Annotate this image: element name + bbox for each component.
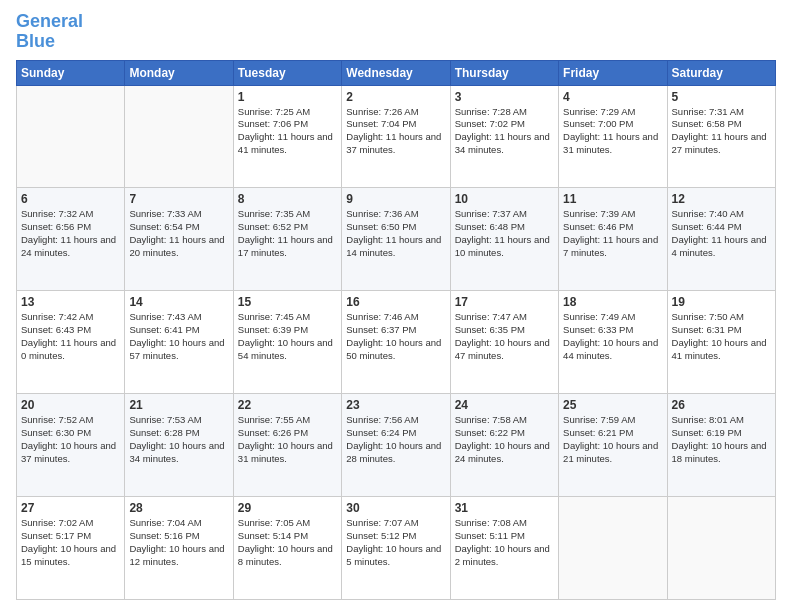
calendar-cell: 6Sunrise: 7:32 AM Sunset: 6:56 PM Daylig…	[17, 188, 125, 291]
day-number: 27	[21, 501, 120, 515]
weekday-header: Friday	[559, 60, 667, 85]
day-info: Sunrise: 7:37 AM Sunset: 6:48 PM Dayligh…	[455, 208, 554, 259]
calendar-cell: 22Sunrise: 7:55 AM Sunset: 6:26 PM Dayli…	[233, 394, 341, 497]
calendar-cell: 9Sunrise: 7:36 AM Sunset: 6:50 PM Daylig…	[342, 188, 450, 291]
calendar-cell: 29Sunrise: 7:05 AM Sunset: 5:14 PM Dayli…	[233, 497, 341, 600]
logo-blue: Blue	[16, 31, 55, 51]
day-info: Sunrise: 7:58 AM Sunset: 6:22 PM Dayligh…	[455, 414, 554, 465]
day-info: Sunrise: 7:05 AM Sunset: 5:14 PM Dayligh…	[238, 517, 337, 568]
day-number: 30	[346, 501, 445, 515]
day-info: Sunrise: 7:42 AM Sunset: 6:43 PM Dayligh…	[21, 311, 120, 362]
header: General Blue	[16, 12, 776, 52]
day-number: 3	[455, 90, 554, 104]
day-info: Sunrise: 7:43 AM Sunset: 6:41 PM Dayligh…	[129, 311, 228, 362]
calendar-week-row: 27Sunrise: 7:02 AM Sunset: 5:17 PM Dayli…	[17, 497, 776, 600]
calendar-cell	[125, 85, 233, 188]
calendar-cell: 8Sunrise: 7:35 AM Sunset: 6:52 PM Daylig…	[233, 188, 341, 291]
calendar-cell	[17, 85, 125, 188]
day-number: 13	[21, 295, 120, 309]
calendar-week-row: 13Sunrise: 7:42 AM Sunset: 6:43 PM Dayli…	[17, 291, 776, 394]
calendar-cell: 13Sunrise: 7:42 AM Sunset: 6:43 PM Dayli…	[17, 291, 125, 394]
calendar-cell: 7Sunrise: 7:33 AM Sunset: 6:54 PM Daylig…	[125, 188, 233, 291]
day-number: 23	[346, 398, 445, 412]
weekday-header: Tuesday	[233, 60, 341, 85]
calendar-cell: 15Sunrise: 7:45 AM Sunset: 6:39 PM Dayli…	[233, 291, 341, 394]
day-info: Sunrise: 7:46 AM Sunset: 6:37 PM Dayligh…	[346, 311, 445, 362]
day-number: 6	[21, 192, 120, 206]
day-number: 7	[129, 192, 228, 206]
day-number: 28	[129, 501, 228, 515]
day-number: 15	[238, 295, 337, 309]
day-number: 5	[672, 90, 771, 104]
day-info: Sunrise: 7:29 AM Sunset: 7:00 PM Dayligh…	[563, 106, 662, 157]
day-number: 8	[238, 192, 337, 206]
day-info: Sunrise: 7:47 AM Sunset: 6:35 PM Dayligh…	[455, 311, 554, 362]
day-number: 19	[672, 295, 771, 309]
day-number: 18	[563, 295, 662, 309]
day-info: Sunrise: 7:33 AM Sunset: 6:54 PM Dayligh…	[129, 208, 228, 259]
calendar-cell: 21Sunrise: 7:53 AM Sunset: 6:28 PM Dayli…	[125, 394, 233, 497]
day-number: 2	[346, 90, 445, 104]
calendar-cell	[559, 497, 667, 600]
day-number: 10	[455, 192, 554, 206]
logo-general: General	[16, 11, 83, 31]
day-info: Sunrise: 7:26 AM Sunset: 7:04 PM Dayligh…	[346, 106, 445, 157]
day-info: Sunrise: 7:07 AM Sunset: 5:12 PM Dayligh…	[346, 517, 445, 568]
day-info: Sunrise: 7:52 AM Sunset: 6:30 PM Dayligh…	[21, 414, 120, 465]
day-number: 16	[346, 295, 445, 309]
day-info: Sunrise: 7:35 AM Sunset: 6:52 PM Dayligh…	[238, 208, 337, 259]
day-number: 9	[346, 192, 445, 206]
day-info: Sunrise: 7:08 AM Sunset: 5:11 PM Dayligh…	[455, 517, 554, 568]
calendar-cell: 2Sunrise: 7:26 AM Sunset: 7:04 PM Daylig…	[342, 85, 450, 188]
calendar-cell: 5Sunrise: 7:31 AM Sunset: 6:58 PM Daylig…	[667, 85, 775, 188]
day-number: 29	[238, 501, 337, 515]
weekday-header: Sunday	[17, 60, 125, 85]
day-info: Sunrise: 7:49 AM Sunset: 6:33 PM Dayligh…	[563, 311, 662, 362]
day-info: Sunrise: 7:25 AM Sunset: 7:06 PM Dayligh…	[238, 106, 337, 157]
calendar-cell: 18Sunrise: 7:49 AM Sunset: 6:33 PM Dayli…	[559, 291, 667, 394]
calendar-body: 1Sunrise: 7:25 AM Sunset: 7:06 PM Daylig…	[17, 85, 776, 599]
day-number: 31	[455, 501, 554, 515]
day-info: Sunrise: 7:53 AM Sunset: 6:28 PM Dayligh…	[129, 414, 228, 465]
calendar-cell: 26Sunrise: 8:01 AM Sunset: 6:19 PM Dayli…	[667, 394, 775, 497]
calendar-week-row: 6Sunrise: 7:32 AM Sunset: 6:56 PM Daylig…	[17, 188, 776, 291]
day-info: Sunrise: 7:40 AM Sunset: 6:44 PM Dayligh…	[672, 208, 771, 259]
day-number: 21	[129, 398, 228, 412]
day-number: 22	[238, 398, 337, 412]
day-info: Sunrise: 7:02 AM Sunset: 5:17 PM Dayligh…	[21, 517, 120, 568]
day-info: Sunrise: 7:56 AM Sunset: 6:24 PM Dayligh…	[346, 414, 445, 465]
weekday-header: Thursday	[450, 60, 558, 85]
calendar-cell: 16Sunrise: 7:46 AM Sunset: 6:37 PM Dayli…	[342, 291, 450, 394]
weekday-header: Saturday	[667, 60, 775, 85]
day-number: 25	[563, 398, 662, 412]
calendar-cell: 30Sunrise: 7:07 AM Sunset: 5:12 PM Dayli…	[342, 497, 450, 600]
calendar-cell: 31Sunrise: 7:08 AM Sunset: 5:11 PM Dayli…	[450, 497, 558, 600]
day-number: 4	[563, 90, 662, 104]
day-info: Sunrise: 7:28 AM Sunset: 7:02 PM Dayligh…	[455, 106, 554, 157]
day-number: 20	[21, 398, 120, 412]
calendar-cell	[667, 497, 775, 600]
calendar-cell: 17Sunrise: 7:47 AM Sunset: 6:35 PM Dayli…	[450, 291, 558, 394]
day-info: Sunrise: 7:39 AM Sunset: 6:46 PM Dayligh…	[563, 208, 662, 259]
day-number: 12	[672, 192, 771, 206]
calendar-cell: 10Sunrise: 7:37 AM Sunset: 6:48 PM Dayli…	[450, 188, 558, 291]
calendar-cell: 20Sunrise: 7:52 AM Sunset: 6:30 PM Dayli…	[17, 394, 125, 497]
calendar-header-row: SundayMondayTuesdayWednesdayThursdayFrid…	[17, 60, 776, 85]
logo-text: General Blue	[16, 12, 83, 52]
calendar-cell: 25Sunrise: 7:59 AM Sunset: 6:21 PM Dayli…	[559, 394, 667, 497]
logo: General Blue	[16, 12, 83, 52]
day-info: Sunrise: 7:45 AM Sunset: 6:39 PM Dayligh…	[238, 311, 337, 362]
weekday-header: Monday	[125, 60, 233, 85]
calendar-week-row: 20Sunrise: 7:52 AM Sunset: 6:30 PM Dayli…	[17, 394, 776, 497]
calendar-cell: 28Sunrise: 7:04 AM Sunset: 5:16 PM Dayli…	[125, 497, 233, 600]
calendar-cell: 12Sunrise: 7:40 AM Sunset: 6:44 PM Dayli…	[667, 188, 775, 291]
weekday-header: Wednesday	[342, 60, 450, 85]
calendar-cell: 19Sunrise: 7:50 AM Sunset: 6:31 PM Dayli…	[667, 291, 775, 394]
calendar-cell: 24Sunrise: 7:58 AM Sunset: 6:22 PM Dayli…	[450, 394, 558, 497]
calendar-cell: 23Sunrise: 7:56 AM Sunset: 6:24 PM Dayli…	[342, 394, 450, 497]
calendar-table: SundayMondayTuesdayWednesdayThursdayFrid…	[16, 60, 776, 600]
day-info: Sunrise: 7:04 AM Sunset: 5:16 PM Dayligh…	[129, 517, 228, 568]
day-number: 11	[563, 192, 662, 206]
day-info: Sunrise: 7:31 AM Sunset: 6:58 PM Dayligh…	[672, 106, 771, 157]
page: General Blue SundayMondayTuesdayWednesda…	[0, 0, 792, 612]
